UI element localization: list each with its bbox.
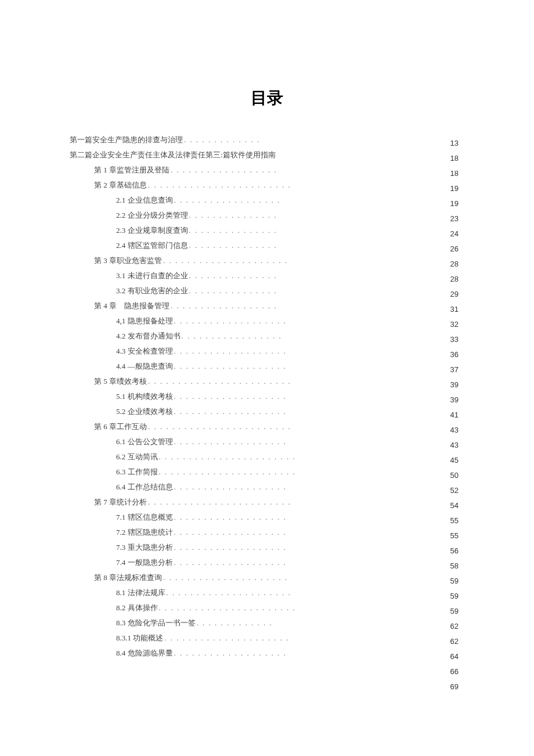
toc-entry: 6.4 工作总结信息. . . . . . . . . . . . . . . … [70,480,464,495]
toc-entry-label: 4.4 —般隐患查询 [116,359,173,374]
toc-entry-label: 第一篇安全生产隐患的排查与治理 [70,132,183,147]
toc-leader-dots: . . . . . . . . . . . . . . . [188,223,277,238]
toc-leader-dots: . . . . . . . . . . . . . . . [188,208,277,223]
toc-leader-dots: . . . . . . . . . . . . . . . . . . . [173,434,287,449]
toc-entry-label: 6.4 工作总结信息 [116,480,173,495]
toc-entry: 6.1 公告公文管理. . . . . . . . . . . . . . . … [70,434,464,449]
toc-page-number: 28 [450,272,459,287]
toc-page-number: 62 [450,619,459,634]
toc-entry-label: 8.2 具体操作 [116,600,158,615]
toc-leader-dots: . . . . . . . . . . . . . . . . . . . [173,525,287,540]
toc-entry: 7.4 一般隐患分析. . . . . . . . . . . . . . . … [70,555,464,570]
toc-list: 第一篇安全生产隐患的排查与治理. . . . . . . . . . . . .… [70,132,464,661]
toc-leader-dots: . . . . . . . . . . . . . . . . . . . . … [158,600,296,615]
toc-leader-dots: . . . . . . . . . . . . . . . [188,283,277,298]
toc-entry-label: 第 3 章职业危害监管 [94,253,162,268]
toc-leader-dots: . . . . . . . . . . . . . . . . . . [169,298,277,314]
toc-entry-label: 第 4 章 隐患报备管理 [94,298,169,314]
toc-page-number: 39 [450,393,459,408]
toc-leader-dots: . . . . . . . . . . . . . . . [188,238,277,253]
toc-entry: 4,1 隐患报备处理. . . . . . . . . . . . . . . … [70,314,464,329]
toc-title: 目录 [70,87,464,109]
toc-leader-dots: . . . . . . . . . . . . . . . . . . . . … [165,585,291,600]
toc-entry-label: 3.1 未进行自查的企业 [116,268,188,283]
toc-page-number: 41 [450,408,459,423]
toc-entry: 8.2 具体操作. . . . . . . . . . . . . . . . … [70,600,464,615]
toc-page-number: 13 [450,136,459,151]
toc-entry: 7.1 辖区信息概览. . . . . . . . . . . . . . . … [70,510,464,525]
toc-entry: 2.1 企业信息查询. . . . . . . . . . . . . . . … [70,193,464,208]
toc-entry: 第 1 章监管注册及登陆. . . . . . . . . . . . . . … [70,163,464,178]
toc-entry-label: 6.1 公告公文管理 [116,434,173,449]
toc-entry-label: 第二篇企业安全生产责任主体及法律责任第三:篇软件使用指南 [70,147,276,163]
toc-entry-label: 第 6 章工作互动 [94,419,147,434]
toc-page-number: 59 [450,589,459,604]
toc-page-number: 24 [450,226,459,242]
toc-page-number: 26 [450,242,459,257]
toc-entry-label: 第 5 章绩效考核 [94,374,147,389]
toc-entry: 4.3 安全检查管理. . . . . . . . . . . . . . . … [70,344,464,359]
toc-entry: 8.3.1 功能概述. . . . . . . . . . . . . . . … [70,631,464,646]
toc-leader-dots: . . . . . . . . . . . . . . . . . . . [173,314,287,329]
toc-leader-dots: . . . . . . . . . . . . . . . . . . . [173,555,287,570]
toc-page-number: 55 [450,528,459,543]
toc-leader-dots: . . . . . . . . . . . . . . . . . . . . … [163,631,289,646]
toc-entry: 第 7 章统计分析. . . . . . . . . . . . . . . .… [70,495,464,510]
toc-page-number: 33 [450,332,459,347]
toc-entry: 2.2 企业分级分类管理. . . . . . . . . . . . . . … [70,208,464,223]
toc-page-number: 18 [450,151,459,166]
toc-leader-dots: . . . . . . . . . . . . . . . . . . . . … [162,570,288,585]
toc-page-number: 58 [450,559,459,574]
toc-leader-dots: . . . . . . . . . . . . . . . . . . . [173,404,287,419]
toc-entry-label: 4.3 安全检查管理 [116,344,173,359]
toc-entry-label: 8.1 法律法规库 [116,585,165,600]
toc-entry-label: 8.3.1 功能概述 [116,631,163,646]
toc-leader-dots: . . . . . . . . . . . . . . . . . . . . … [147,374,291,389]
toc-leader-dots: . . . . . . . . . . . . . . . . . . . [173,344,287,359]
toc-leader-dots: . . . . . . . . . . . . . . . . . . . [173,540,287,555]
toc-leader-dots: . . . . . . . . . . . . . . . . . . . [173,389,287,404]
toc-page-number: 50 [450,468,459,483]
toc-leader-dots: . . . . . . . . . . . . . . . . . . . . … [158,465,296,480]
toc-entry: 6.2 互动简讯. . . . . . . . . . . . . . . . … [70,449,464,465]
toc-entry-label: 7.3 重大隐患分析 [116,540,173,555]
toc-entry: 2.4 辖区监管部门信息. . . . . . . . . . . . . . … [70,238,464,253]
toc-leader-dots: . . . . . . . . . . . . . . . . . . . . … [147,178,291,193]
toc-entry-label: 2.2 企业分级分类管理 [116,208,188,223]
toc-page-number: 18 [450,166,459,181]
toc-entry: 4.4 —般隐患查询. . . . . . . . . . . . . . . … [70,359,464,374]
toc-page-number: 36 [450,347,459,362]
toc-entry-label: 2.1 企业信息查询 [116,193,173,208]
toc-leader-dots: . . . . . . . . . . . . . . . . . . . . … [147,419,291,434]
toc-entry-label: 3.2 有职业危害的企业 [116,283,188,298]
toc-page-number: 31 [450,302,459,317]
toc-entry: 5.1 机构绩效考核. . . . . . . . . . . . . . . … [70,389,464,404]
toc-entry: 8.1 法律法规库. . . . . . . . . . . . . . . .… [70,585,464,600]
toc-entry-label: 第 8 章法规标准查询 [94,570,162,585]
toc-page-number: 69 [450,679,459,694]
toc-entry: 第 6 章工作互动. . . . . . . . . . . . . . . .… [70,419,464,434]
toc-entry-label: 6.3 工作简报 [116,465,158,480]
toc-leader-dots: . . . . . . . . . . . . . . . . . . [169,163,277,178]
toc-leader-dots: . . . . . . . . . . . . . . . . . . . [173,646,287,661]
toc-leader-dots: . . . . . . . . . . . . . . . . . . . . … [162,253,288,268]
toc-entry: 第二篇企业安全生产责任主体及法律责任第三:篇软件使用指南 [70,147,464,163]
toc-entry: 7.3 重大隐患分析. . . . . . . . . . . . . . . … [70,540,464,555]
toc-entry-label: 2.3 企业规章制度查询 [116,223,188,238]
toc-entry-label: 4.2 发布督办通知书 [116,329,181,344]
toc-page-number: 29 [450,287,459,302]
toc-leader-dots: . . . . . . . . . . . . . . . . . . [173,193,281,208]
toc-entry-label: 4,1 隐患报备处理 [116,314,173,329]
toc-page-number: 23 [450,211,459,226]
toc-entry-label: 8.3 危险化学品一书一签 [116,615,196,631]
toc-page-number: 19 [450,181,459,196]
toc-entry-label: 第 1 章监管注册及登陆 [94,163,169,178]
toc-entry-label: 6.2 互动简讯 [116,449,158,465]
toc-entry: 3.2 有职业危害的企业. . . . . . . . . . . . . . … [70,283,464,298]
page-number-column: 1318181919232426282829313233363739394143… [450,136,459,694]
toc-entry: 2.3 企业规章制度查询. . . . . . . . . . . . . . … [70,223,464,238]
toc-entry: 第 8 章法规标准查询. . . . . . . . . . . . . . .… [70,570,464,585]
toc-page-number: 52 [450,483,459,498]
toc-page-number: 43 [450,438,459,453]
toc-page-number: 55 [450,513,459,528]
